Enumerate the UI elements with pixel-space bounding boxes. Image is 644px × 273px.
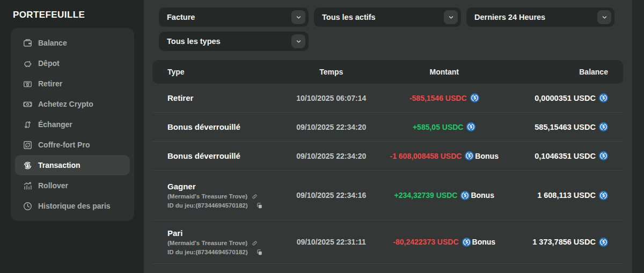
link-icon[interactable] <box>251 240 258 247</box>
sidebar-item-balance[interactable]: Balance <box>15 33 130 53</box>
transaction-type: Bonus déverrouillé <box>167 151 284 160</box>
wallet-sidebar: PORTEFEUILLE BalanceDêpotRetirerAchetez … <box>0 0 144 273</box>
usdc-coin-icon: $ <box>457 191 470 200</box>
game-id-line: ID du jeu:(87344694570182) <box>167 249 284 256</box>
transaction-time: 09/10/2025 22:31:11 <box>284 238 378 246</box>
header-amount: Montant <box>378 68 510 76</box>
transaction-time: 09/10/2025 22:34:20 <box>284 152 378 160</box>
balance-value: 1 608,113 USDC <box>537 191 596 200</box>
copy-icon[interactable] <box>256 249 263 256</box>
game-name-line: (Mermaid's Treasure Trove) <box>167 240 284 247</box>
balance-cell: 1 608,113 USDC$ <box>510 191 623 200</box>
svg-text:$: $ <box>473 95 476 100</box>
usdc-coin-icon: $ <box>596 93 608 102</box>
chevron-down-icon[interactable] <box>291 10 305 24</box>
types-filter[interactable]: Tous les types <box>159 32 309 51</box>
svg-text:$: $ <box>602 240 605 245</box>
sidebar-item-label: Rollover <box>38 181 68 190</box>
game-id: ID du jeu:(87344694570182) <box>167 202 248 209</box>
transaction-time: 10/10/2025 06:07:14 <box>284 94 378 102</box>
bonus-badge: Bonus <box>471 191 494 200</box>
svg-text:$: $ <box>602 193 605 198</box>
balance-cell: 1 373,7856 USDC$ <box>510 238 623 247</box>
piggy-bank-icon <box>23 58 33 69</box>
dropdown-selected-value: Tous les actifs <box>322 13 376 21</box>
sidebar-menu: BalanceDêpotRetirerAchetez CryptoÉchange… <box>11 28 134 221</box>
copy-icon[interactable] <box>256 202 263 209</box>
transaction-amount: +585,05 USDC <box>413 123 464 131</box>
table-header: Type Temps Montant Balance <box>152 60 623 84</box>
table-row: Gagner(Mermaid's Treasure Trove)ID du je… <box>152 171 623 220</box>
balance-value: 1 373,7856 USDC <box>532 238 596 246</box>
transaction-type: Pari <box>167 228 284 238</box>
table-row: Bonus déverrouillé09/10/2025 22:34:20-1 … <box>152 142 623 171</box>
usdc-coin-icon: $ <box>467 93 479 102</box>
transaction-amount-cell: -1 608,008458 USDC$Bonus <box>378 151 510 160</box>
usdc-coin-icon: $ <box>462 151 474 160</box>
balance-cell: 0,1046351 USDC$ <box>510 151 623 160</box>
usdc-coin-icon: $ <box>596 151 608 160</box>
sidebar-item-transaction[interactable]: Transaction <box>15 155 130 175</box>
filters-row-1: FactureTous les actifsDerniers 24 Heures <box>159 8 644 27</box>
sidebar-item-label: Dêpot <box>38 59 60 68</box>
header-type: Type <box>152 68 284 76</box>
header-balance: Balance <box>510 68 623 76</box>
swap-icon <box>23 120 33 130</box>
chevron-down-icon[interactable] <box>444 10 458 24</box>
bonus-badge: Bonus <box>472 238 496 246</box>
vault-icon <box>23 140 33 150</box>
transaction-amount: -585,1546 USDC <box>409 94 467 102</box>
svg-text:$: $ <box>464 193 467 198</box>
chevron-down-icon[interactable] <box>597 10 611 24</box>
sidebar-item-label: Transaction <box>38 161 80 169</box>
svg-text:$: $ <box>602 124 605 129</box>
transaction-type-cell: Bonus déverrouillé <box>152 151 284 160</box>
sidebar-item-label: Échanger <box>38 120 72 129</box>
link-icon[interactable] <box>251 193 258 200</box>
table-row: Bonus déverrouillé09/10/2025 22:34:20+58… <box>152 113 623 142</box>
wallet-icon <box>23 38 33 48</box>
buy-crypto-icon <box>23 99 33 109</box>
transaction-amount-cell: +585,05 USDC$ <box>378 122 510 131</box>
withdraw-icon <box>23 79 33 89</box>
transaction-time: 09/10/2025 22:34:16 <box>284 191 378 200</box>
game-name: (Mermaid's Treasure Trove) <box>167 193 247 200</box>
sidebar-item-rollover[interactable]: Rollover <box>15 175 130 196</box>
transaction-amount-cell: -80,2422373 USDC$Bonus <box>378 238 510 247</box>
bonus-badge: Bonus <box>475 152 499 160</box>
period-filter[interactable]: Derniers 24 Heures <box>466 8 614 27</box>
sidebar-item-retirer[interactable]: Retirer <box>15 73 130 94</box>
assets-filter[interactable]: Tous les actifs <box>314 8 461 27</box>
sidebar-item-label: Balance <box>38 39 67 47</box>
svg-text:$: $ <box>602 153 605 158</box>
invoice-filter[interactable]: Facture <box>159 8 309 27</box>
sidebar-item-echanger[interactable]: Échanger <box>15 114 130 135</box>
table-row: Pari(Mermaid's Treasure Trove)ID du jeu:… <box>152 220 623 264</box>
sidebar-item-depot[interactable]: Dêpot <box>15 53 130 73</box>
game-id-line: ID du jeu:(87344694570182) <box>167 202 284 209</box>
transactions-table: Type Temps Montant Balance Retirer10/10/… <box>152 60 623 264</box>
transaction-type: Retirer <box>167 93 284 102</box>
transaction-type-cell: Gagner(Mermaid's Treasure Trove)ID du je… <box>152 182 284 209</box>
dropdown-selected-value: Derniers 24 Heures <box>474 13 545 21</box>
filters-row-2: Tous les types <box>159 32 644 51</box>
usdc-coin-icon: $ <box>463 122 475 131</box>
usdc-coin-icon: $ <box>596 238 608 247</box>
transactions-main: FactureTous les actifsDerniers 24 Heures… <box>144 0 644 273</box>
transaction-type: Bonus déverrouillé <box>167 122 284 131</box>
transaction-amount-cell: -585,1546 USDC$ <box>378 93 510 102</box>
sidebar-item-coffre-fort-pro[interactable]: Coffre-fort Pro <box>15 135 130 155</box>
transaction-icon <box>23 160 33 171</box>
chevron-down-icon[interactable] <box>291 34 305 48</box>
transaction-amount: +234,32739 USDC <box>394 191 457 200</box>
table-row: Retirer10/10/2025 06:07:14-585,1546 USDC… <box>152 84 623 113</box>
sidebar-item-achetez-crypto[interactable]: Achetez Crypto <box>15 94 130 114</box>
transaction-type: Gagner <box>167 182 284 191</box>
sidebar-item-historique-des-paris[interactable]: Historique des paris <box>15 196 130 216</box>
svg-text:$: $ <box>468 153 471 158</box>
sidebar-item-label: Historique des paris <box>38 202 111 210</box>
balance-cell: 0,0000351 USDC$ <box>510 93 623 102</box>
game-name-line: (Mermaid's Treasure Trove) <box>167 193 284 200</box>
bar-chart-icon <box>23 181 33 191</box>
transaction-type-cell: Retirer <box>152 93 284 102</box>
